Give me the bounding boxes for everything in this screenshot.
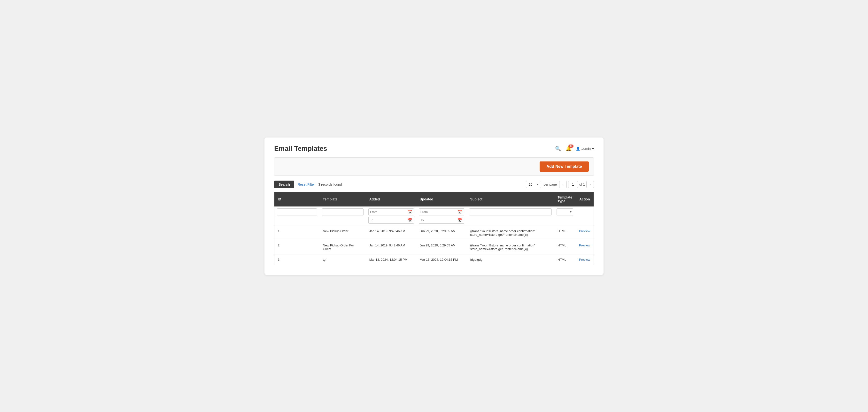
table-row: 3 tgf Mar 13, 2024, 12:04:15 PM Mar 13, …	[274, 254, 594, 265]
page-of-label: of 1	[579, 183, 585, 186]
chevron-down-icon: ▾	[592, 147, 594, 151]
filter-updated-group: 📅 📅	[419, 209, 465, 224]
search-button[interactable]: Search	[274, 181, 294, 188]
filter-type-select[interactable]: HTML Text	[557, 209, 573, 216]
per-page-select[interactable]: 10 20 50 100	[526, 181, 541, 188]
user-label: admin	[582, 147, 591, 151]
cell-template: New Pickup Order	[319, 226, 366, 240]
main-card: Email Templates 🔍 🔔 39 👤 admin ▾ Add New…	[265, 137, 603, 275]
table-row: 2 New Pickup Order For Guest Jan 14, 201…	[274, 240, 594, 254]
filter-added-cell: 📅 📅	[366, 207, 416, 226]
filter-updated-cell: 📅 📅	[416, 207, 467, 226]
filter-updated-from-wrap: 📅	[419, 209, 465, 216]
records-suffix: records found	[320, 183, 342, 186]
cell-id: 2	[274, 240, 320, 254]
filter-subject-input[interactable]	[469, 209, 552, 216]
filter-updated-to-wrap: 📅	[419, 217, 465, 224]
page-number-input[interactable]	[568, 181, 578, 188]
cell-template: New Pickup Order For Guest	[319, 240, 366, 254]
filter-left: Search Reset Filter 3 records found	[274, 181, 342, 188]
table-filter-row: 📅 📅 📅	[274, 207, 594, 226]
records-count: 3	[318, 183, 320, 186]
col-header-updated: Updated	[416, 192, 467, 207]
filter-subject-cell	[467, 207, 554, 226]
pagination-nav: ‹ of 1 ›	[559, 181, 594, 188]
col-header-template: Template	[319, 192, 366, 207]
pagination-prev-button[interactable]: ‹	[559, 181, 567, 188]
filter-template-cell	[319, 207, 366, 226]
cell-template-type: HTML	[554, 240, 576, 254]
user-icon: 👤	[576, 147, 580, 151]
filter-id-cell	[274, 207, 320, 226]
cell-subject: fdgdfgdg	[467, 254, 554, 265]
preview-link[interactable]: Preview	[579, 258, 590, 261]
cell-template: tgf	[319, 254, 366, 265]
filter-added-group: 📅 📅	[368, 209, 414, 224]
user-menu-button[interactable]: 👤 admin ▾	[576, 147, 594, 151]
cell-action: Preview	[576, 240, 594, 254]
col-header-added: Added	[366, 192, 416, 207]
reset-filter-button[interactable]: Reset Filter	[298, 183, 315, 186]
search-icon: 🔍	[555, 146, 561, 151]
cell-added: Mar 13, 2024, 12:04:15 PM	[366, 254, 416, 265]
notification-badge: 39	[568, 145, 574, 148]
col-header-subject: Subject	[467, 192, 554, 207]
notification-button[interactable]: 🔔 39	[565, 146, 571, 152]
filter-id-input[interactable]	[277, 209, 317, 216]
filter-updated-to-input[interactable]	[421, 218, 457, 222]
cell-action: Preview	[576, 254, 594, 265]
calendar-icon-added-from[interactable]: 📅	[407, 210, 412, 214]
cell-subject: {{trans "Your %store_name order confirma…	[467, 240, 554, 254]
filter-right: 10 20 50 100 per page ‹ of 1 ›	[526, 181, 594, 188]
cell-id: 1	[274, 226, 320, 240]
filter-bar: Search Reset Filter 3 records found 10 2…	[274, 181, 594, 188]
cell-updated: Jun 29, 2020, 5:29:05 AM	[416, 226, 467, 240]
toolbar-bar: Add New Template	[274, 157, 594, 176]
filter-added-to-input[interactable]	[370, 218, 406, 222]
cell-added: Jan 14, 2019, 9:43:46 AM	[366, 226, 416, 240]
add-new-template-button[interactable]: Add New Template	[539, 161, 589, 171]
col-header-id: ID	[274, 192, 320, 207]
cell-template-type: HTML	[554, 226, 576, 240]
cell-subject: {{trans "Your %store_name order confirma…	[467, 226, 554, 240]
pagination-next-button[interactable]: ›	[586, 181, 594, 188]
preview-link[interactable]: Preview	[579, 229, 590, 233]
calendar-icon-updated-from[interactable]: 📅	[458, 210, 463, 214]
header-actions: 🔍 🔔 39 👤 admin ▾	[555, 146, 594, 152]
page-header: Email Templates 🔍 🔔 39 👤 admin ▾	[274, 145, 594, 153]
filter-type-cell: HTML Text	[554, 207, 576, 226]
col-header-action: Action	[576, 192, 594, 207]
filter-template-input[interactable]	[322, 209, 364, 216]
filter-added-to-wrap: 📅	[368, 217, 414, 224]
page-title: Email Templates	[274, 145, 327, 153]
cell-action: Preview	[576, 226, 594, 240]
cell-template-type: HTML	[554, 254, 576, 265]
cell-updated: Mar 13, 2024, 12:04:15 PM	[416, 254, 467, 265]
filter-added-from-input[interactable]	[370, 210, 406, 214]
cell-updated: Jun 29, 2020, 5:29:05 AM	[416, 240, 467, 254]
calendar-icon-added-to[interactable]: 📅	[407, 218, 412, 222]
data-table: ID Template Added Updated Subject Templa…	[274, 192, 594, 265]
cell-id: 3	[274, 254, 320, 265]
filter-added-from-wrap: 📅	[368, 209, 414, 216]
search-icon-button[interactable]: 🔍	[555, 146, 561, 152]
preview-link[interactable]: Preview	[579, 244, 590, 247]
table-header-row: ID Template Added Updated Subject Templa…	[274, 192, 594, 207]
table-row: 1 New Pickup Order Jan 14, 2019, 9:43:46…	[274, 226, 594, 240]
calendar-icon-updated-to[interactable]: 📅	[458, 218, 463, 222]
col-header-template-type: TemplateType	[554, 192, 576, 207]
records-found: 3 records found	[318, 183, 342, 186]
cell-added: Jan 14, 2019, 9:43:46 AM	[366, 240, 416, 254]
filter-updated-from-input[interactable]	[421, 210, 457, 214]
per-page-label: per page	[544, 183, 557, 186]
filter-action-cell	[576, 207, 594, 226]
